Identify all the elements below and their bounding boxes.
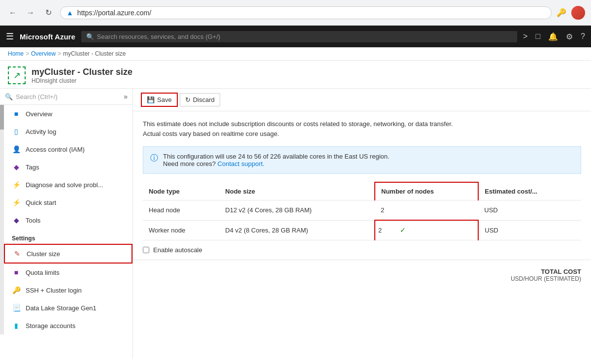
table-body: Head node D12 v2 (4 Cores, 28 GB RAM) 2 …	[143, 200, 581, 240]
sidebar-item-label: Tools	[26, 217, 40, 224]
autoscale-label[interactable]: Enable autoscale	[153, 246, 202, 254]
cloud-shell-icon[interactable]: □	[535, 32, 540, 41]
cluster-table: Node type Node size Number of nodes Esti…	[143, 182, 581, 240]
table-row-worker-node: Worker node D4 v2 (8 Cores, 28 GB RAM) ✓…	[143, 220, 581, 240]
back-button[interactable]: ←	[6, 6, 20, 20]
sidebar-item-activity-log[interactable]: ▯ Activity log	[4, 123, 132, 140]
tools-icon: ◆	[12, 216, 21, 225]
sidebar-item-datalake[interactable]: 📃 Data Lake Storage Gen1	[4, 299, 132, 317]
page-header: ↗ myCluster - Cluster size HDInsight clu…	[0, 61, 591, 89]
total-cost: TOTAL COST USD/HOUR (ESTIMATED)	[133, 260, 591, 286]
content-area: 💾 Save ↻ Discard This estimate does not …	[133, 89, 591, 359]
sidebar-item-iam[interactable]: 👤 Access control (IAM)	[4, 140, 132, 158]
sidebar-item-label: Quota limits	[26, 269, 60, 276]
search-input[interactable]	[97, 33, 512, 40]
ssh-icon: 🔑	[12, 286, 21, 295]
browser-chrome: ← → ↻ ▲ https://portal.azure.com/ 🔑	[0, 0, 591, 26]
forward-button[interactable]: →	[24, 6, 37, 20]
sidebar-item-label: Diagnose and solve probl...	[26, 181, 103, 189]
diagnose-icon: ⚡	[12, 180, 21, 189]
cluster-size-icon: ✎	[13, 249, 22, 258]
topnav-icons: > □ 🔔 ⚙ ?	[523, 32, 585, 41]
sidebar-item-tools[interactable]: ◆ Tools	[4, 211, 132, 229]
info-text-line2: Actual costs vary based on realtime core…	[143, 129, 581, 139]
save-icon: 💾	[147, 96, 155, 103]
info-box-content: This configuration will use 24 to 56 of …	[163, 153, 390, 167]
key-icon: 🔑	[557, 8, 566, 17]
check-icon: ✓	[400, 226, 406, 234]
search-bar[interactable]: 🔍	[81, 31, 517, 42]
collapse-sidebar-button[interactable]: »	[124, 93, 128, 100]
sidebar-search-input[interactable]	[16, 93, 121, 100]
breadcrumb-overview[interactable]: Overview	[31, 50, 56, 57]
worker-node-cost: USD	[478, 220, 581, 240]
search-icon: 🔍	[86, 33, 94, 40]
sidebar-item-tags[interactable]: ◆ Tags	[4, 158, 132, 176]
sidebar-search[interactable]: 🔍 »	[0, 89, 132, 105]
quota-icon: ■	[12, 268, 21, 277]
info-icon: ⓘ	[150, 153, 158, 164]
sidebar-item-cluster-size[interactable]: ✎ Cluster size	[4, 244, 132, 264]
notification-icon[interactable]: 🔔	[548, 32, 558, 41]
worker-node-count-input[interactable]	[378, 227, 398, 234]
sidebar-item-label: Cluster size	[27, 250, 60, 258]
iam-icon: 👤	[12, 145, 21, 154]
settings-icon[interactable]: ⚙	[566, 32, 573, 41]
sidebar-item-label: Access control (IAM)	[26, 146, 85, 153]
browser-nav-buttons: ← → ↻	[6, 6, 55, 20]
refresh-button[interactable]: ↻	[41, 6, 55, 20]
storage-accounts-icon: ▮	[12, 321, 21, 330]
address-bar-url: https://portal.azure.com/	[77, 9, 545, 17]
sidebar-item-storage-accounts[interactable]: ▮ Storage accounts	[4, 317, 132, 334]
address-bar-container[interactable]: ▲ https://portal.azure.com/	[60, 6, 552, 19]
info-box: ⓘ This configuration will use 24 to 56 o…	[143, 146, 581, 174]
head-node-size: D12 v2 (4 Cores, 28 GB RAM)	[219, 200, 375, 221]
sidebar-item-label: SSH + Cluster login	[26, 287, 82, 294]
total-cost-sub: USD/HOUR (ESTIMATED)	[143, 275, 581, 282]
sidebar-scrollbar-thumb[interactable]	[0, 105, 4, 130]
hamburger-icon[interactable]: ☰	[6, 31, 14, 42]
sidebar-item-overview[interactable]: ■ Overview	[4, 105, 132, 123]
sidebar-search-icon: 🔍	[5, 93, 13, 100]
user-avatar[interactable]	[571, 6, 585, 20]
save-button[interactable]: 💾 Save	[141, 93, 178, 107]
sidebar-item-diagnose[interactable]: ⚡ Diagnose and solve probl...	[4, 176, 132, 194]
sidebar-item-label: Data Lake Storage Gen1	[26, 304, 97, 312]
sidebar-scrollbar-track	[0, 105, 4, 334]
page-subtitle: HDInsight cluster	[32, 77, 132, 84]
sidebar-item-quota[interactable]: ■ Quota limits	[4, 264, 132, 281]
info-text-line1: This estimate does not include subscript…	[143, 119, 581, 129]
discard-button[interactable]: ↻ Discard	[180, 93, 220, 106]
tags-icon: ◆	[12, 163, 21, 171]
head-node-count: 2	[375, 200, 478, 221]
azure-topnav: ☰ Microsoft Azure 🔍 > □ 🔔 ⚙ ?	[0, 26, 591, 47]
activity-icon: ▯	[12, 127, 21, 136]
sidebar-item-quickstart[interactable]: ⚡ Quick start	[4, 194, 132, 211]
sidebar-item-ssh[interactable]: 🔑 SSH + Cluster login	[4, 281, 132, 299]
table-row-head-node: Head node D12 v2 (4 Cores, 28 GB RAM) 2 …	[143, 200, 581, 221]
breadcrumb-home[interactable]: Home	[8, 50, 24, 57]
breadcrumb: Home > Overview > myCluster - Cluster si…	[0, 47, 591, 61]
worker-nodes-input-wrapper: ✓	[378, 226, 475, 234]
contact-support-link[interactable]: Contact support.	[218, 160, 264, 167]
azure-logo-text: Microsoft Azure	[20, 33, 75, 41]
info-box-text: This configuration will use 24 to 56 of …	[163, 153, 390, 160]
sidebar: 🔍 » ■ Overview ▯ Activity log 👤	[0, 89, 133, 359]
terminal-icon[interactable]: >	[523, 32, 527, 41]
th-number-of-nodes: Number of nodes	[375, 182, 478, 200]
sidebar-scroll-area: ■ Overview ▯ Activity log 👤 Access contr…	[0, 105, 132, 334]
autoscale-checkbox[interactable]	[143, 247, 149, 253]
info-box-line2: Need more cores?	[163, 160, 216, 167]
head-node-cost: USD	[478, 200, 581, 221]
worker-node-type: Worker node	[143, 220, 219, 240]
autoscale-row: Enable autoscale	[133, 240, 591, 260]
th-estimated-cost: Estimated cost/...	[478, 182, 581, 200]
settings-section-label: Settings	[4, 229, 132, 244]
help-icon[interactable]: ?	[581, 32, 585, 41]
save-button-label: Save	[157, 96, 172, 103]
worker-node-count-cell[interactable]: ✓	[375, 220, 478, 240]
sidebar-item-label: Activity log	[26, 128, 56, 135]
discard-button-label: Discard	[193, 96, 215, 103]
discard-icon: ↻	[185, 96, 191, 103]
cluster-icon: ↗	[8, 66, 26, 84]
